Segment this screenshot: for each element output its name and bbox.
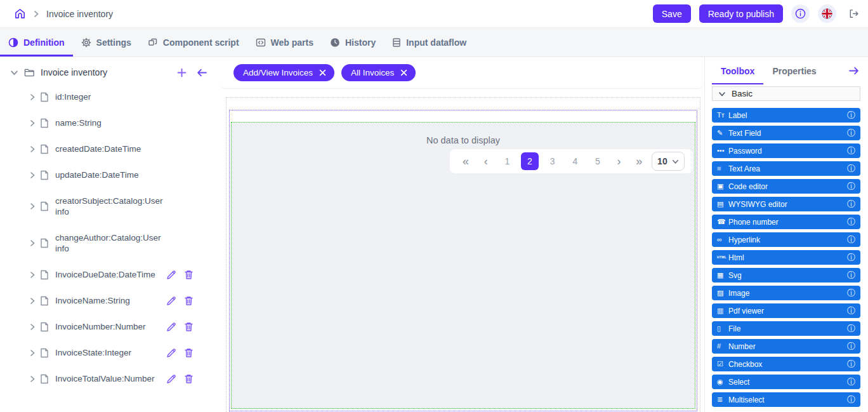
info-icon[interactable]: ⓘ — [847, 236, 855, 244]
info-icon[interactable]: ⓘ — [847, 147, 855, 155]
page-number-button[interactable]: 2 — [521, 152, 539, 170]
tab-definition[interactable]: Definition — [0, 28, 73, 56]
toolbox-item[interactable]: # Number ⓘ — [712, 339, 860, 354]
close-icon[interactable] — [319, 69, 326, 76]
next-page-button[interactable]: › — [612, 152, 627, 170]
toolbox-section-basic[interactable]: Basic — [712, 86, 860, 101]
edit-field-icon[interactable] — [166, 296, 176, 306]
toolbox-item[interactable]: ✎ Text Field ⓘ — [712, 126, 860, 140]
edit-field-icon[interactable] — [166, 322, 176, 332]
tree-item[interactable]: createdDate:DateTime — [0, 136, 219, 162]
tree-item[interactable]: id:Integer — [0, 84, 219, 110]
chevron-right-icon[interactable] — [29, 93, 40, 101]
tree-root[interactable]: Invoice inventory — [0, 57, 219, 84]
tree-item[interactable]: changeAuthor:Catalog:User info — [0, 225, 219, 262]
page-number-button[interactable]: 5 — [589, 152, 607, 170]
info-icon[interactable]: ⓘ — [847, 164, 855, 173]
edit-field-icon[interactable] — [166, 270, 176, 280]
tab-input-dataflow[interactable]: Input dataflow — [384, 28, 475, 56]
toolbox-item[interactable]: ▦ Svg ⓘ — [712, 268, 860, 282]
webpart-tag[interactable]: All Invoices — [341, 64, 416, 81]
info-icon[interactable]: ⓘ — [847, 218, 855, 226]
toolbox-item[interactable]: ▯ File ⓘ — [712, 321, 860, 336]
delete-field-icon[interactable] — [184, 348, 194, 358]
grid-webpart[interactable]: No data to display « ‹ 1 2 3 4 — [231, 122, 695, 409]
chevron-right-icon[interactable] — [29, 349, 40, 357]
delete-field-icon[interactable] — [184, 270, 194, 280]
tree-item[interactable]: InvoiceName:String — [0, 288, 219, 314]
add-field-icon[interactable] — [177, 68, 187, 77]
info-icon[interactable]: ⓘ — [847, 307, 855, 315]
toolbox-item[interactable]: ▤ WYSIWYG editor ⓘ — [712, 197, 860, 211]
info-icon[interactable]: ⓘ — [847, 395, 855, 404]
prev-page-button[interactable]: ‹ — [478, 152, 494, 170]
tab-history[interactable]: History — [322, 28, 384, 56]
toolbox-item[interactable]: ☎ Phone number ⓘ — [712, 215, 860, 229]
page-number-button[interactable]: 4 — [566, 152, 584, 170]
canvas-selected-container[interactable]: No data to display « ‹ 1 2 3 4 — [229, 110, 697, 411]
toolbox-item[interactable]: ••• Password ⓘ — [712, 143, 860, 158]
delete-field-icon[interactable] — [184, 322, 194, 332]
page-number-button[interactable]: 3 — [544, 152, 562, 170]
tree-item[interactable]: InvoiceDueDate:DateTime — [0, 262, 219, 288]
chevron-right-icon[interactable] — [29, 119, 40, 127]
toolbox-item[interactable]: ▣ Code editor ⓘ — [712, 179, 860, 194]
close-icon[interactable] — [400, 69, 407, 76]
language-flag-button[interactable] — [818, 4, 836, 23]
chevron-right-icon[interactable] — [29, 375, 40, 383]
toolbox-item[interactable]: ≡ Text Area ⓘ — [712, 161, 860, 176]
home-icon[interactable] — [14, 8, 26, 20]
info-icon[interactable]: ⓘ — [847, 111, 855, 119]
toolbox-item[interactable]: ≣ Multiselect ⓘ — [712, 392, 860, 407]
info-button[interactable] — [791, 4, 810, 23]
breadcrumb-label[interactable]: Invoice inventory — [46, 9, 113, 19]
info-icon[interactable]: ⓘ — [847, 253, 855, 262]
chevron-right-icon[interactable] — [29, 271, 40, 279]
tree-item[interactable]: creatorSubject:Catalog:User info — [0, 188, 219, 225]
page-size-select[interactable]: 10 — [652, 152, 685, 171]
toolbox-item[interactable]: ◉ Select ⓘ — [712, 375, 860, 389]
webpart-tag[interactable]: Add/View Invoices — [233, 64, 334, 81]
info-icon[interactable]: ⓘ — [847, 289, 855, 297]
info-icon[interactable]: ⓘ — [847, 200, 855, 208]
collapse-toolbox-arrow-icon[interactable] — [848, 66, 859, 76]
ready-to-publish-button[interactable]: Ready to publish — [699, 4, 783, 23]
canvas-outer-dropzone[interactable]: No data to display « ‹ 1 2 3 4 — [226, 97, 700, 412]
info-icon[interactable]: ⓘ — [847, 271, 855, 279]
chevron-right-icon[interactable] — [29, 171, 40, 179]
tree-item[interactable]: InvoiceTotalValue:Number — [0, 366, 219, 392]
tree-item[interactable]: name:String — [0, 110, 219, 136]
tab-web-parts[interactable]: Web parts — [247, 28, 322, 56]
tab-toolbox[interactable]: Toolbox — [712, 57, 763, 84]
toolbox-item[interactable]: ▨ Image ⓘ — [712, 286, 860, 300]
page-number-button[interactable]: 1 — [498, 152, 516, 170]
delete-field-icon[interactable] — [184, 374, 194, 384]
chevron-right-icon[interactable] — [29, 203, 40, 210]
chevron-right-icon[interactable] — [29, 145, 40, 153]
tree-item[interactable]: updateDate:DateTime — [0, 162, 219, 188]
toolbox-item[interactable]: ☑ Checkbox ⓘ — [712, 357, 860, 371]
chevron-right-icon[interactable] — [29, 297, 40, 305]
chevron-right-icon[interactable] — [29, 239, 40, 247]
toolbox-item[interactable]: ∞ Hyperlink ⓘ — [712, 232, 860, 247]
collapse-panel-arrow-icon[interactable] — [197, 68, 207, 77]
toolbox-item[interactable]: ▥ Pdf viewer ⓘ — [712, 303, 860, 318]
info-icon[interactable]: ⓘ — [847, 360, 855, 368]
tab-settings[interactable]: Settings — [73, 28, 140, 56]
info-icon[interactable]: ⓘ — [847, 378, 855, 386]
info-icon[interactable]: ⓘ — [847, 129, 855, 137]
info-icon[interactable]: ⓘ — [847, 324, 855, 333]
toolbox-item[interactable]: Tт Label ⓘ — [712, 108, 860, 123]
tab-component-script[interactable]: Component script — [140, 28, 247, 56]
info-icon[interactable]: ⓘ — [847, 342, 855, 350]
tab-properties[interactable]: Properties — [763, 57, 825, 84]
edit-field-icon[interactable] — [166, 348, 176, 358]
save-button[interactable]: Save — [653, 4, 691, 23]
chevron-down-icon[interactable] — [10, 69, 18, 77]
edit-field-icon[interactable] — [166, 374, 176, 384]
logout-icon[interactable] — [848, 8, 859, 19]
toolbox-item[interactable]: HTML Html ⓘ — [712, 250, 860, 265]
info-icon[interactable]: ⓘ — [847, 182, 855, 190]
chevron-right-icon[interactable] — [29, 323, 40, 331]
last-page-button[interactable]: » — [631, 152, 647, 170]
